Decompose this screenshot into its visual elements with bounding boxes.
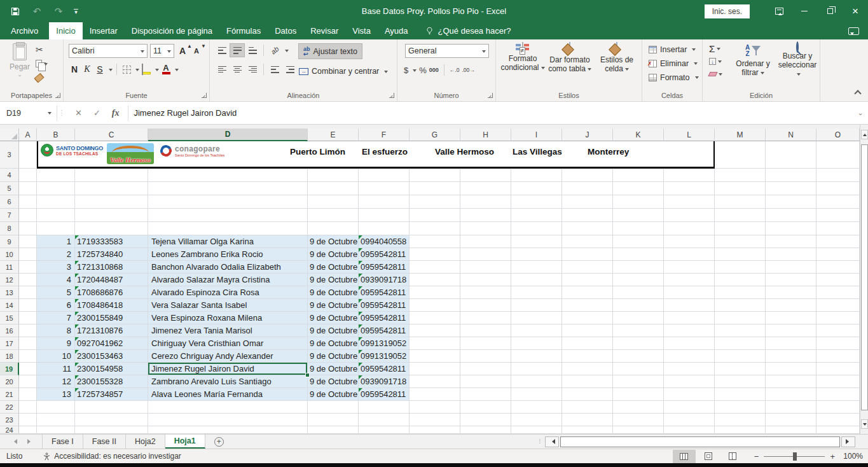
cell-I18[interactable] bbox=[511, 350, 562, 363]
cell-A7[interactable] bbox=[19, 209, 37, 222]
cell-M16[interactable] bbox=[715, 324, 766, 337]
cell-I23[interactable] bbox=[511, 414, 562, 426]
cell-H17[interactable] bbox=[460, 337, 511, 350]
cell-D21[interactable]: Alava Leones María Fernanda bbox=[148, 388, 308, 401]
cell-F16[interactable]: 0959542811 bbox=[359, 324, 410, 337]
cell-F19[interactable]: 0959542811 bbox=[359, 363, 410, 375]
cell-G23[interactable] bbox=[410, 414, 460, 426]
cell-I22[interactable] bbox=[511, 401, 562, 414]
row-header-15[interactable]: 15 bbox=[0, 312, 19, 324]
cell-B11[interactable]: 3 bbox=[37, 261, 75, 274]
menu-tab-inicio[interactable]: Inicio bbox=[49, 22, 82, 39]
expand-formula-bar-icon[interactable]: ⌄ bbox=[853, 109, 868, 117]
redo-icon[interactable]: ↷ bbox=[52, 5, 65, 18]
bold-button[interactable]: N bbox=[69, 63, 80, 76]
clipboard-dialog-launcher[interactable] bbox=[55, 93, 60, 98]
cell-J20[interactable] bbox=[562, 375, 613, 388]
close-button[interactable]: × bbox=[843, 0, 868, 22]
cell-O9[interactable] bbox=[816, 235, 860, 248]
cut-icon[interactable]: ✂ bbox=[36, 45, 48, 55]
cell-I10[interactable] bbox=[511, 248, 562, 261]
cell-O6[interactable] bbox=[816, 195, 860, 209]
row-header-22[interactable]: 22 bbox=[0, 401, 19, 414]
cell-A17[interactable] bbox=[19, 337, 37, 350]
column-header-E[interactable]: E bbox=[308, 129, 359, 141]
cell-L23[interactable] bbox=[664, 414, 715, 426]
cell-K24[interactable] bbox=[613, 426, 664, 434]
cell-C16[interactable]: 1721310876 bbox=[75, 324, 148, 337]
cell-J11[interactable] bbox=[562, 261, 613, 274]
cell-N8[interactable] bbox=[766, 222, 816, 235]
cell-H24[interactable] bbox=[460, 426, 511, 434]
cell-F7[interactable] bbox=[359, 209, 410, 222]
cell-M18[interactable] bbox=[715, 350, 766, 363]
cell-K21[interactable] bbox=[613, 388, 664, 401]
cell-K4[interactable] bbox=[613, 169, 664, 182]
cell-C9[interactable]: 1719333583 bbox=[75, 235, 148, 248]
cell-M23[interactable] bbox=[715, 414, 766, 426]
accessibility-status[interactable]: Accesibilidad: es necesario investigar bbox=[31, 452, 181, 461]
cell-J13[interactable] bbox=[562, 286, 613, 299]
cell-D11[interactable]: Banchon Alvarado Odalia Elizabeth bbox=[148, 261, 308, 274]
sheet-tab-hoja2[interactable]: Hoja2 bbox=[126, 435, 165, 449]
vertical-scrollbar[interactable] bbox=[860, 125, 868, 434]
cell-M19[interactable] bbox=[715, 363, 766, 375]
scrollbar-splitter[interactable]: ⁞ bbox=[539, 438, 541, 445]
horizontal-scroll-thumb[interactable] bbox=[560, 436, 840, 447]
cell-L11[interactable] bbox=[664, 261, 715, 274]
wrap-text-button[interactable]: ab↩ Ajustar texto bbox=[299, 44, 362, 59]
cell-G17[interactable] bbox=[410, 337, 460, 350]
cell-M22[interactable] bbox=[715, 401, 766, 414]
cell-M3[interactable] bbox=[715, 141, 766, 169]
customize-quick-access-icon[interactable]: ▾ bbox=[74, 9, 78, 14]
cell-F24[interactable] bbox=[359, 426, 410, 434]
percent-format-icon[interactable]: % bbox=[419, 66, 427, 75]
align-center-icon[interactable] bbox=[230, 63, 244, 76]
cell-B19[interactable]: 11 bbox=[37, 363, 75, 375]
cell-J5[interactable] bbox=[562, 182, 613, 195]
cell-E7[interactable] bbox=[308, 209, 359, 222]
cell-L12[interactable] bbox=[664, 274, 715, 286]
cell-A3[interactable] bbox=[19, 141, 37, 169]
cell-B7[interactable] bbox=[37, 209, 75, 222]
cancel-entry-icon[interactable]: ✕ bbox=[75, 108, 82, 118]
cell-N20[interactable] bbox=[766, 375, 816, 388]
cell-H15[interactable] bbox=[460, 312, 511, 324]
menu-tab-archivo[interactable]: Archivo bbox=[0, 22, 49, 39]
minimize-button[interactable] bbox=[792, 0, 817, 22]
row-header-20[interactable]: 20 bbox=[0, 375, 19, 388]
cell-M17[interactable] bbox=[715, 337, 766, 350]
cell-J6[interactable] bbox=[562, 195, 613, 209]
zoom-level[interactable]: 100% bbox=[836, 452, 863, 461]
page-break-view-button[interactable] bbox=[721, 450, 744, 463]
borders-dropdown[interactable] bbox=[135, 69, 139, 73]
cell-F10[interactable]: 0959542811 bbox=[359, 248, 410, 261]
cell-K9[interactable] bbox=[613, 235, 664, 248]
cell-N22[interactable] bbox=[766, 401, 816, 414]
cell-L19[interactable] bbox=[664, 363, 715, 375]
cell-I11[interactable] bbox=[511, 261, 562, 274]
cell-N18[interactable] bbox=[766, 350, 816, 363]
cell-K8[interactable] bbox=[613, 222, 664, 235]
cell-H10[interactable] bbox=[460, 248, 511, 261]
select-all-corner[interactable] bbox=[0, 129, 19, 141]
cell-E18[interactable]: 9 de Octubre bbox=[308, 350, 359, 363]
cell-L21[interactable] bbox=[664, 388, 715, 401]
cell-O21[interactable] bbox=[816, 388, 860, 401]
font-name-select[interactable]: Calibri bbox=[69, 44, 148, 58]
cell-O3[interactable] bbox=[816, 141, 860, 169]
cell-J7[interactable] bbox=[562, 209, 613, 222]
cell-L10[interactable] bbox=[664, 248, 715, 261]
row-header-14[interactable]: 14 bbox=[0, 299, 19, 312]
column-header-H[interactable]: H bbox=[460, 129, 511, 141]
cell-D19[interactable]: Jimenez Rugel Jairon David bbox=[148, 363, 308, 375]
increase-indent-icon[interactable] bbox=[283, 63, 297, 76]
cell-J9[interactable] bbox=[562, 235, 613, 248]
cell-C12[interactable]: 1720448487 bbox=[75, 274, 148, 286]
cell-B18[interactable]: 10 bbox=[37, 350, 75, 363]
cell-L20[interactable] bbox=[664, 375, 715, 388]
cell-H7[interactable] bbox=[460, 209, 511, 222]
cell-D23[interactable] bbox=[148, 414, 308, 426]
cell-B21[interactable]: 13 bbox=[37, 388, 75, 401]
number-dialog-launcher[interactable] bbox=[488, 93, 493, 98]
